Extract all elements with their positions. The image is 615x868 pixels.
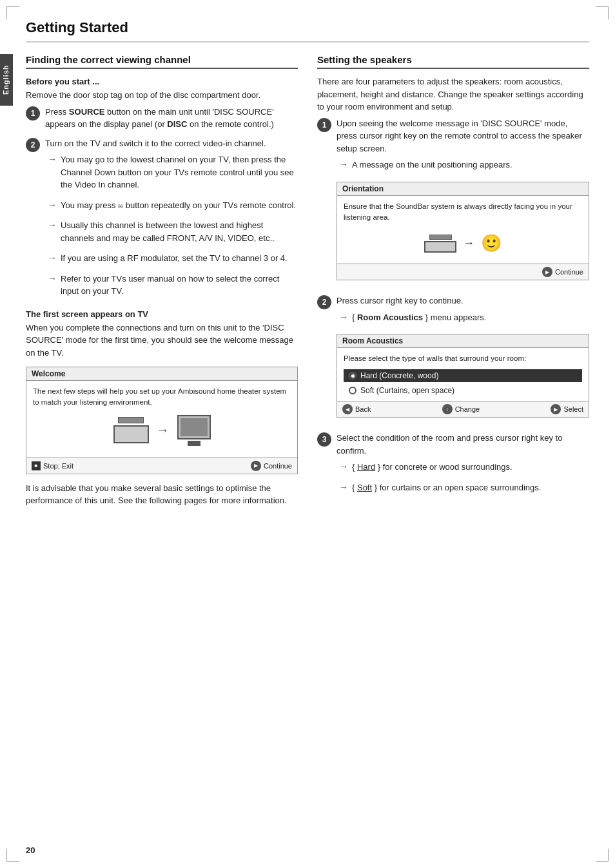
- step-2-arrow-4: → If you are using a RF modulator, set t…: [48, 252, 298, 269]
- step-1-num: 1: [26, 106, 40, 121]
- orientation-continue-button[interactable]: ▶ Continue: [542, 267, 583, 277]
- stop-icon: ■: [32, 461, 41, 470]
- orientation-continue-icon: ▶: [542, 267, 552, 277]
- right-arrow-icon-3a: →: [339, 461, 348, 472]
- arrow-icon-5: →: [48, 273, 57, 284]
- right-arrow-icon-2: →: [339, 312, 348, 322]
- orientation-content: Ensure that the SoundBar system is alway…: [337, 196, 589, 264]
- right-intro-text: There are four parameters to adjust the …: [317, 75, 589, 113]
- orientation-arrow: →: [463, 236, 474, 250]
- radio-hard: [349, 372, 356, 380]
- room-acoustics-dialog: Room Acoustics Please select the type of…: [337, 334, 589, 418]
- arrow-right-icon: →: [157, 423, 170, 438]
- welcome-dialog: Welcome The next few steps will help you…: [26, 367, 298, 474]
- right-step-1-content: Upon seeing the welcome message in 'DISC…: [337, 117, 589, 289]
- welcome-illustration: →: [33, 409, 291, 452]
- welcome-continue-button[interactable]: ▶ Continue: [251, 461, 292, 471]
- person-icon: 🙂: [481, 233, 502, 253]
- radio-soft: [349, 387, 356, 394]
- orientation-footer: ▶ Continue: [337, 264, 589, 280]
- change-button[interactable]: ↕ Change: [442, 404, 480, 414]
- arrow-icon-3: →: [48, 220, 57, 230]
- language-label: English: [0, 54, 13, 106]
- soundbar-top: [429, 235, 452, 240]
- back-button[interactable]: ◀ Back: [342, 404, 371, 414]
- orientation-title: Orientation: [337, 182, 589, 196]
- option-soft[interactable]: Soft (Curtains, open space): [344, 384, 582, 397]
- first-screen-text: When you complete the connections and tu…: [26, 322, 298, 360]
- change-icon: ↕: [442, 404, 453, 414]
- tv-illustration: [177, 415, 211, 446]
- right-step-3-arrow-2: → { Soft } for curtains or an open space…: [339, 481, 589, 498]
- room-acoustics-content: Please select the type of walls that sur…: [337, 348, 589, 401]
- step-2-arrow-2: → You may press ⎂ button repeatedly on y…: [48, 199, 298, 216]
- tv-body: [177, 415, 211, 439]
- right-step-2: 2 Press cursor right key to continue. → …: [317, 294, 589, 425]
- right-step-2-content: Press cursor right key to continue. → { …: [337, 294, 589, 425]
- right-column: Setting the speakers There are four para…: [317, 54, 589, 511]
- right-step-3-content: Select the condition of the room and pre…: [337, 432, 589, 497]
- right-step-3-main: Select the condition of the room and pre…: [337, 432, 589, 457]
- left-column: English Finding the correct viewing chan…: [26, 54, 298, 511]
- right-step-1-num: 1: [317, 118, 331, 132]
- back-icon: ◀: [342, 404, 353, 414]
- left-section-heading: Finding the correct viewing channel: [26, 54, 298, 69]
- right-arrow-icon-1: →: [339, 159, 348, 169]
- before-start-heading: Before you start ...: [26, 77, 298, 86]
- option-hard[interactable]: Hard (Concrete, wood): [344, 369, 582, 382]
- unit-illustration: [113, 417, 149, 443]
- right-step-2-arrow: → { Room Acoustics } menu appears.: [339, 311, 589, 328]
- step-2-arrow-5: → Refer to your TVs user manual on how t…: [48, 273, 298, 302]
- right-step-1-arrow: → A message on the unit positioning appe…: [339, 159, 589, 175]
- right-step-3-num: 3: [317, 432, 331, 447]
- arrow-icon-1: →: [48, 154, 57, 164]
- right-step-3-arrow-1: → { Hard } for concrete or wood surround…: [339, 461, 589, 477]
- arrow-icon-4: →: [48, 253, 57, 263]
- tv-stand: [188, 441, 200, 446]
- step-2-arrow-3: → Usually this channel is between the lo…: [48, 219, 298, 248]
- right-step-2-num: 2: [317, 295, 331, 309]
- page-title: Getting Started: [26, 19, 128, 35]
- arrow-icon-2: →: [48, 200, 57, 210]
- step-2-arrow-1: → You may go to the lowest channel on yo…: [48, 153, 298, 195]
- right-section-heading: Setting the speakers: [317, 54, 589, 69]
- unit-body: [113, 425, 149, 443]
- step-2-num: 2: [26, 138, 40, 152]
- tv-screen: [181, 418, 208, 436]
- welcome-footer: ■ Stop; Exit ▶ Continue: [26, 458, 297, 474]
- right-step-1-main: Upon seeing the welcome message in 'DISC…: [337, 117, 589, 155]
- welcome-title: Welcome: [26, 367, 297, 381]
- unit-top: [118, 417, 144, 423]
- welcome-content: The next few steps will help you set up …: [26, 381, 297, 458]
- soundbar-body: [424, 241, 456, 253]
- select-icon: ▶: [551, 404, 561, 414]
- first-screen-heading: The first screen appears on TV: [26, 309, 298, 319]
- orientation-dialog: Orientation Ensure that the SoundBar sys…: [337, 182, 589, 281]
- step-2: 2 Turn on the TV and switch it to the co…: [26, 137, 298, 302]
- orientation-illustration: → 🙂: [344, 228, 582, 258]
- room-acoustics-title: Room Acoustics: [337, 334, 589, 348]
- select-button[interactable]: ▶ Select: [551, 404, 583, 414]
- step-2-main: Turn on the TV and switch it to the corr…: [45, 137, 298, 150]
- continue-icon: ▶: [251, 461, 261, 471]
- after-welcome-text: It is advisable that you make several ba…: [26, 482, 298, 507]
- room-acoustics-footer: ◀ Back ↕ Change ▶ Select: [337, 401, 589, 417]
- step-1-content: Press SOURCE button on the main unit unt…: [45, 106, 298, 131]
- step-2-content: Turn on the TV and switch it to the corr…: [45, 137, 298, 302]
- page-number: 20: [26, 845, 35, 855]
- right-step-3: 3 Select the condition of the room and p…: [317, 432, 589, 497]
- right-arrow-icon-3b: →: [339, 482, 348, 492]
- two-column-layout: English Finding the correct viewing chan…: [26, 54, 589, 511]
- right-step-2-main: Press cursor right key to continue.: [337, 294, 589, 307]
- right-step-1: 1 Upon seeing the welcome message in 'DI…: [317, 117, 589, 289]
- before-start-text: Remove the door stop tag on top of the d…: [26, 89, 298, 102]
- step-1: 1 Press SOURCE button on the main unit u…: [26, 106, 298, 131]
- page-title-section: Getting Started: [26, 19, 589, 43]
- stop-exit-button[interactable]: ■ Stop; Exit: [32, 461, 73, 470]
